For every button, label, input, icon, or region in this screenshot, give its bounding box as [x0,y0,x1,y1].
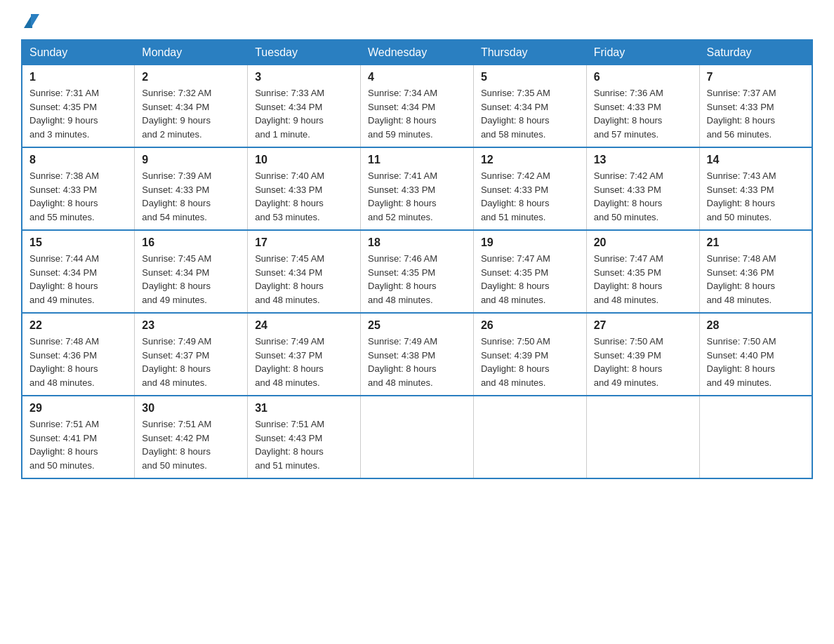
day-number: 25 [368,319,466,332]
calendar-cell: 20 Sunrise: 7:47 AMSunset: 4:35 PMDaylig… [586,230,699,313]
page-header [21,14,813,28]
day-number: 12 [481,154,579,166]
day-number: 26 [481,319,579,332]
calendar-cell: 3 Sunrise: 7:33 AMSunset: 4:34 PMDayligh… [248,65,361,148]
calendar-cell: 8 Sunrise: 7:38 AMSunset: 4:33 PMDayligh… [22,147,135,230]
day-info: Sunrise: 7:51 AMSunset: 4:42 PMDaylight:… [142,417,240,472]
day-number: 21 [707,236,805,249]
day-number: 23 [142,319,240,332]
calendar-cell: 6 Sunrise: 7:36 AMSunset: 4:33 PMDayligh… [586,65,699,148]
weekday-header-wednesday: Wednesday [361,40,474,65]
calendar-cell: 23 Sunrise: 7:49 AMSunset: 4:37 PMDaylig… [135,313,248,396]
calendar-cell: 25 Sunrise: 7:49 AMSunset: 4:38 PMDaylig… [361,313,474,396]
day-info: Sunrise: 7:42 AMSunset: 4:33 PMDaylight:… [481,169,579,224]
calendar-week-row: 15 Sunrise: 7:44 AMSunset: 4:34 PMDaylig… [22,230,812,313]
day-number: 29 [29,402,127,415]
calendar-table: SundayMondayTuesdayWednesdayThursdayFrid… [21,39,813,479]
day-number: 9 [142,154,240,166]
weekday-header-friday: Friday [586,40,699,65]
weekday-header-thursday: Thursday [473,40,586,65]
day-number: 17 [255,236,353,249]
day-number: 4 [368,71,466,83]
calendar-cell: 30 Sunrise: 7:51 AMSunset: 4:42 PMDaylig… [135,396,248,478]
day-info: Sunrise: 7:47 AMSunset: 4:35 PMDaylight:… [594,252,692,307]
day-number: 13 [594,154,692,166]
day-number: 6 [594,71,692,83]
calendar-cell: 31 Sunrise: 7:51 AMSunset: 4:43 PMDaylig… [248,396,361,478]
weekday-header-tuesday: Tuesday [248,40,361,65]
day-info: Sunrise: 7:50 AMSunset: 4:40 PMDaylight:… [707,335,805,389]
day-info: Sunrise: 7:51 AMSunset: 4:41 PMDaylight:… [29,417,127,472]
day-info: Sunrise: 7:42 AMSunset: 4:33 PMDaylight:… [594,169,692,224]
calendar-cell: 28 Sunrise: 7:50 AMSunset: 4:40 PMDaylig… [699,313,812,396]
calendar-cell: 13 Sunrise: 7:42 AMSunset: 4:33 PMDaylig… [586,147,699,230]
day-number: 24 [255,319,353,332]
calendar-cell: 1 Sunrise: 7:31 AMSunset: 4:35 PMDayligh… [22,65,135,148]
calendar-cell: 27 Sunrise: 7:50 AMSunset: 4:39 PMDaylig… [586,313,699,396]
day-number: 10 [255,154,353,166]
weekday-header-row: SundayMondayTuesdayWednesdayThursdayFrid… [22,40,812,65]
day-number: 16 [142,236,240,249]
day-info: Sunrise: 7:33 AMSunset: 4:34 PMDaylight:… [255,86,353,141]
day-number: 8 [29,154,127,166]
weekday-header-sunday: Sunday [22,40,135,65]
day-number: 27 [594,319,692,332]
day-info: Sunrise: 7:37 AMSunset: 4:33 PMDaylight:… [707,86,805,141]
day-number: 20 [594,236,692,249]
day-number: 18 [368,236,466,249]
day-info: Sunrise: 7:45 AMSunset: 4:34 PMDaylight:… [142,252,240,307]
day-number: 1 [29,71,127,83]
day-info: Sunrise: 7:49 AMSunset: 4:37 PMDaylight:… [255,335,353,389]
calendar-cell: 16 Sunrise: 7:45 AMSunset: 4:34 PMDaylig… [135,230,248,313]
calendar-week-row: 22 Sunrise: 7:48 AMSunset: 4:36 PMDaylig… [22,313,812,396]
day-number: 11 [368,154,466,166]
calendar-cell: 7 Sunrise: 7:37 AMSunset: 4:33 PMDayligh… [699,65,812,148]
calendar-cell: 22 Sunrise: 7:48 AMSunset: 4:36 PMDaylig… [22,313,135,396]
day-info: Sunrise: 7:49 AMSunset: 4:38 PMDaylight:… [368,335,466,389]
weekday-header-monday: Monday [135,40,248,65]
calendar-cell: 4 Sunrise: 7:34 AMSunset: 4:34 PMDayligh… [361,65,474,148]
day-number: 5 [481,71,579,83]
calendar-cell: 29 Sunrise: 7:51 AMSunset: 4:41 PMDaylig… [22,396,135,478]
weekday-header-saturday: Saturday [699,40,812,65]
day-number: 2 [142,71,240,83]
day-number: 30 [142,402,240,415]
calendar-cell: 10 Sunrise: 7:40 AMSunset: 4:33 PMDaylig… [248,147,361,230]
calendar-cell [699,396,812,478]
calendar-cell: 24 Sunrise: 7:49 AMSunset: 4:37 PMDaylig… [248,313,361,396]
day-number: 7 [707,71,805,83]
calendar-cell: 18 Sunrise: 7:46 AMSunset: 4:35 PMDaylig… [361,230,474,313]
day-info: Sunrise: 7:31 AMSunset: 4:35 PMDaylight:… [29,86,127,141]
day-info: Sunrise: 7:35 AMSunset: 4:34 PMDaylight:… [481,86,579,141]
day-info: Sunrise: 7:34 AMSunset: 4:34 PMDaylight:… [368,86,466,141]
calendar-cell: 11 Sunrise: 7:41 AMSunset: 4:33 PMDaylig… [361,147,474,230]
calendar-week-row: 1 Sunrise: 7:31 AMSunset: 4:35 PMDayligh… [22,65,812,148]
day-info: Sunrise: 7:51 AMSunset: 4:43 PMDaylight:… [255,417,353,472]
calendar-week-row: 29 Sunrise: 7:51 AMSunset: 4:41 PMDaylig… [22,396,812,478]
day-info: Sunrise: 7:32 AMSunset: 4:34 PMDaylight:… [142,86,240,141]
calendar-cell: 26 Sunrise: 7:50 AMSunset: 4:39 PMDaylig… [473,313,586,396]
calendar-week-row: 8 Sunrise: 7:38 AMSunset: 4:33 PMDayligh… [22,147,812,230]
calendar-cell [473,396,586,478]
day-info: Sunrise: 7:44 AMSunset: 4:34 PMDaylight:… [29,252,127,307]
day-info: Sunrise: 7:50 AMSunset: 4:39 PMDaylight:… [481,335,579,389]
day-info: Sunrise: 7:40 AMSunset: 4:33 PMDaylight:… [255,169,353,224]
day-info: Sunrise: 7:36 AMSunset: 4:33 PMDaylight:… [594,86,692,141]
day-number: 14 [707,154,805,166]
day-number: 19 [481,236,579,249]
day-number: 22 [29,319,127,332]
day-info: Sunrise: 7:39 AMSunset: 4:33 PMDaylight:… [142,169,240,224]
day-info: Sunrise: 7:47 AMSunset: 4:35 PMDaylight:… [481,252,579,307]
day-info: Sunrise: 7:43 AMSunset: 4:33 PMDaylight:… [707,169,805,224]
logo [21,14,39,28]
day-info: Sunrise: 7:41 AMSunset: 4:33 PMDaylight:… [368,169,466,224]
calendar-cell [361,396,474,478]
day-info: Sunrise: 7:49 AMSunset: 4:37 PMDaylight:… [142,335,240,389]
calendar-cell: 21 Sunrise: 7:48 AMSunset: 4:36 PMDaylig… [699,230,812,313]
calendar-cell [586,396,699,478]
day-info: Sunrise: 7:48 AMSunset: 4:36 PMDaylight:… [29,335,127,389]
calendar-cell: 9 Sunrise: 7:39 AMSunset: 4:33 PMDayligh… [135,147,248,230]
day-number: 28 [707,319,805,332]
day-info: Sunrise: 7:46 AMSunset: 4:35 PMDaylight:… [368,252,466,307]
calendar-cell: 12 Sunrise: 7:42 AMSunset: 4:33 PMDaylig… [473,147,586,230]
